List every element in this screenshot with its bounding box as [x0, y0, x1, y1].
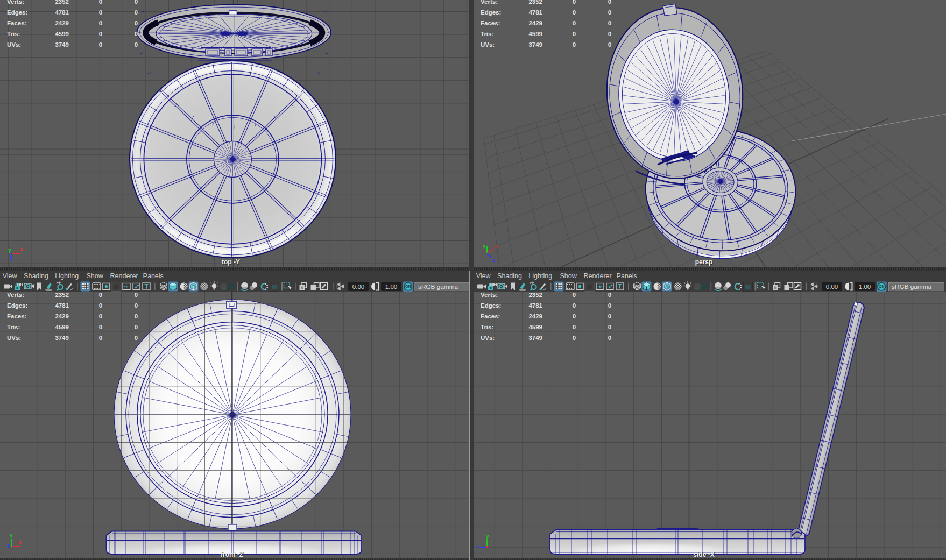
svg-text:y: y — [483, 243, 486, 249]
svg-text:z: z — [492, 257, 495, 263]
svg-text:0.00: 0.00 — [352, 283, 364, 290]
svg-text:x: x — [20, 246, 23, 252]
svg-text:x: x — [495, 243, 498, 249]
svg-text:0.00: 0.00 — [826, 283, 838, 290]
svg-text:ON: ON — [879, 285, 885, 288]
svg-text:y: y — [8, 247, 11, 253]
svg-text:ON: ON — [405, 285, 411, 288]
svg-text:sRGB gamma: sRGB gamma — [892, 283, 932, 290]
svg-text:y: y — [486, 534, 489, 540]
svg-text:z: z — [7, 543, 10, 549]
svg-text:x: x — [18, 539, 22, 545]
svg-text:z: z — [10, 257, 12, 263]
svg-text:sRGB gamma: sRGB gamma — [418, 283, 458, 290]
svg-text:1.00: 1.00 — [859, 283, 871, 290]
svg-text:1.00: 1.00 — [385, 283, 397, 290]
svg-text:y: y — [10, 533, 13, 538]
svg-text:z: z — [475, 543, 478, 549]
